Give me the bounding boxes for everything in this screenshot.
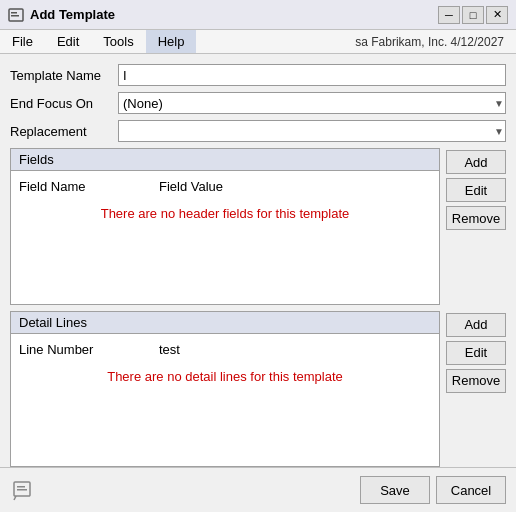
minimize-button[interactable]: ─: [438, 6, 460, 24]
menu-file[interactable]: File: [0, 30, 45, 53]
cancel-button[interactable]: Cancel: [436, 476, 506, 504]
app-icon: [8, 7, 24, 23]
detail-lines-remove-button[interactable]: Remove: [446, 369, 506, 393]
bottom-left-icon: [10, 476, 38, 504]
menu-bar-info: sa Fabrikam, Inc. 4/12/2027: [343, 31, 516, 53]
detail-lines-add-button[interactable]: Add: [446, 313, 506, 337]
end-focus-select[interactable]: (None) Option1 Option2: [118, 92, 506, 114]
fields-remove-button[interactable]: Remove: [446, 206, 506, 230]
maximize-button[interactable]: □: [462, 6, 484, 24]
fields-header: Fields: [11, 149, 439, 171]
fields-empty-message: There are no header fields for this temp…: [19, 198, 431, 229]
end-focus-select-wrapper: (None) Option1 Option2 ▼: [118, 92, 506, 114]
detail-lines-panel: Detail Lines Line Number test There are …: [10, 311, 440, 468]
fields-panel: Fields Field Name Field Value There are …: [10, 148, 440, 305]
line-number-column-header: Line Number: [19, 342, 119, 357]
fields-edit-button[interactable]: Edit: [446, 178, 506, 202]
window-controls: ─ □ ✕: [438, 6, 508, 24]
replacement-label: Replacement: [10, 124, 110, 139]
content-area: Template Name End Focus On (None) Option…: [0, 54, 516, 467]
svg-rect-1: [11, 12, 17, 14]
template-name-label: Template Name: [10, 68, 110, 83]
menu-tools[interactable]: Tools: [91, 30, 145, 53]
detail-lines-edit-button[interactable]: Edit: [446, 341, 506, 365]
detail-lines-header: Detail Lines: [11, 312, 439, 334]
title-bar: Add Template ─ □ ✕: [0, 0, 516, 30]
end-focus-label: End Focus On: [10, 96, 110, 111]
window-title: Add Template: [30, 7, 438, 22]
save-button[interactable]: Save: [360, 476, 430, 504]
field-name-column-header: Field Name: [19, 179, 119, 194]
detail-lines-columns-row: Line Number test: [19, 338, 431, 361]
fields-buttons: Add Edit Remove: [446, 148, 506, 305]
end-focus-row: End Focus On (None) Option1 Option2 ▼: [10, 92, 506, 114]
detail-lines-section-container: Detail Lines Line Number test There are …: [10, 311, 506, 468]
menu-bar: File Edit Tools Help sa Fabrikam, Inc. 4…: [0, 30, 516, 54]
field-value-column-header: Field Value: [159, 179, 223, 194]
menu-edit[interactable]: Edit: [45, 30, 91, 53]
bottom-buttons: Save Cancel: [360, 476, 506, 504]
fields-body: Field Name Field Value There are no head…: [11, 171, 439, 304]
bottom-bar: Save Cancel: [0, 467, 516, 512]
detail-lines-body: Line Number test There are no detail lin…: [11, 334, 439, 467]
svg-rect-5: [17, 489, 27, 491]
detail-lines-empty-message: There are no detail lines for this templ…: [19, 361, 431, 392]
replacement-select-wrapper: Option1 Option2 ▼: [118, 120, 506, 142]
replacement-select[interactable]: Option1 Option2: [118, 120, 506, 142]
template-name-input[interactable]: [118, 64, 506, 86]
replacement-row: Replacement Option1 Option2 ▼: [10, 120, 506, 142]
fields-section-container: Fields Field Name Field Value There are …: [10, 148, 506, 305]
template-name-row: Template Name: [10, 64, 506, 86]
fields-columns-row: Field Name Field Value: [19, 175, 431, 198]
fields-add-button[interactable]: Add: [446, 150, 506, 174]
close-button[interactable]: ✕: [486, 6, 508, 24]
svg-rect-4: [17, 486, 25, 488]
menu-help[interactable]: Help: [146, 30, 197, 53]
svg-rect-2: [11, 15, 19, 17]
detail-lines-buttons: Add Edit Remove: [446, 311, 506, 468]
test-column-header: test: [159, 342, 180, 357]
